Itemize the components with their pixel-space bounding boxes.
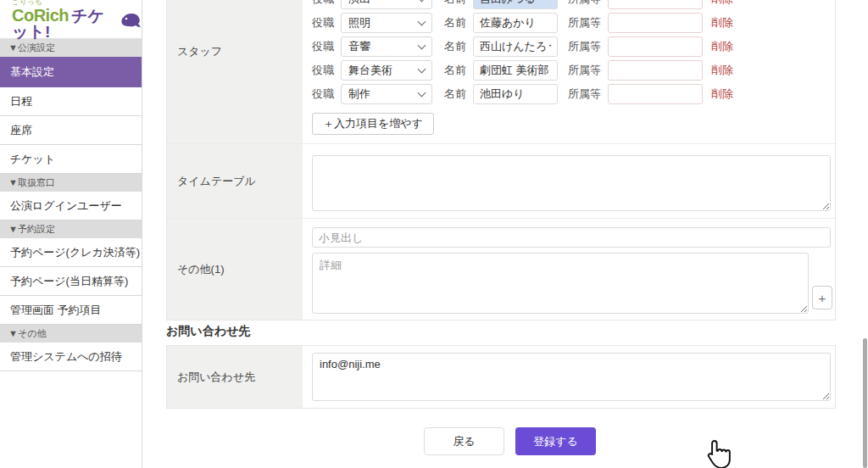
delete-staff-link[interactable]: 削除: [711, 60, 733, 81]
staff-affiliation-input[interactable]: [608, 60, 703, 81]
sidebar-item-basic-settings[interactable]: 基本設定: [0, 57, 142, 87]
role-label: 役職: [312, 84, 334, 104]
sidebar-item-schedule[interactable]: 日程: [0, 87, 142, 116]
other-subheading-input[interactable]: [312, 227, 831, 248]
affiliation-label: 所属等: [568, 0, 601, 9]
role-select[interactable]: 照明: [341, 13, 432, 33]
delete-staff-link[interactable]: 削除: [711, 0, 733, 9]
back-button[interactable]: 戻る: [424, 427, 504, 455]
add-staff-row-button[interactable]: ＋入力項目を増やす: [312, 113, 434, 135]
sidebar-item-reserve-page-credit[interactable]: 予約ページ(クレカ決済等): [0, 238, 142, 267]
name-label: 名前: [444, 0, 466, 9]
add-other-button[interactable]: +: [812, 286, 832, 309]
affiliation-label: 所属等: [568, 84, 601, 104]
staff-affiliation-input[interactable]: [608, 84, 703, 104]
chevron-down-icon: [418, 41, 426, 49]
affiliation-label: 所属等: [568, 36, 601, 57]
name-label: 名前: [444, 84, 466, 104]
timetable-form-row: タイムテーブル: [167, 144, 835, 219]
staff-entry-row: 役職 舞台美術 名前 所属等 削除: [312, 60, 826, 84]
affiliation-label: 所属等: [568, 13, 601, 33]
staff-entry-row: 役職 演出 名前 所属等 削除: [312, 0, 826, 13]
name-label: 名前: [444, 36, 466, 57]
logo-brand: CoRich: [12, 6, 69, 25]
main-content: スタッフ 役職 演出 名前 所属等 削除 役職: [142, 0, 868, 468]
staff-form-row: スタッフ 役職 演出 名前 所属等 削除 役職: [167, 0, 835, 144]
staff-affiliation-input[interactable]: [608, 36, 703, 57]
role-label: 役職: [312, 60, 334, 81]
role-label: 役職: [312, 36, 334, 57]
hand-cursor-icon: [704, 439, 732, 468]
nav-header-reservation: ▼予約設定: [0, 220, 142, 238]
role-select[interactable]: 制作: [341, 84, 432, 104]
sidebar-item-reserve-page-onsite[interactable]: 予約ページ(当日精算等): [0, 267, 142, 296]
staff-name-input[interactable]: [473, 84, 558, 104]
nav-header-counter: ▼取扱窓口: [0, 174, 142, 192]
staff-affiliation-input[interactable]: [608, 0, 703, 9]
role-select[interactable]: 音響: [341, 36, 432, 57]
role-label: 役職: [312, 0, 334, 9]
basic-settings-form: スタッフ 役職 演出 名前 所属等 削除 役職: [166, 0, 836, 320]
role-label: 役職: [312, 13, 334, 33]
chevron-down-icon: [418, 0, 426, 2]
other-label: その他(1): [167, 219, 303, 320]
contact-label: お問い合わせ先: [167, 346, 303, 408]
submit-button[interactable]: 登録する: [515, 427, 596, 455]
nav-header-performance: ▼公演設定: [0, 39, 142, 57]
contact-textarea[interactable]: info@niji.me: [312, 353, 831, 401]
sidebar-item-login-users[interactable]: 公演ログインユーザー: [0, 192, 142, 220]
name-label: 名前: [444, 60, 466, 81]
form-actions: 戻る 登録する: [424, 427, 596, 455]
sidebar-item-system-invite[interactable]: 管理システムへの招待: [0, 343, 142, 371]
chevron-down-icon: [418, 88, 426, 97]
staff-entry-row: 役職 照明 名前 所属等 削除: [312, 13, 826, 36]
role-select[interactable]: 演出: [341, 0, 432, 9]
sidebar-item-admin-reserve-fields[interactable]: 管理画面 予約項目: [0, 296, 142, 325]
app-logo[interactable]: こりっちCoRichチケット!: [0, 0, 142, 39]
page: こりっちCoRichチケット! ▼公演設定 基本設定 日程 座席 チケット ▼取…: [0, 0, 868, 468]
staff-label: スタッフ: [167, 0, 303, 143]
contact-section-header: お問い合わせ先: [166, 324, 250, 339]
staff-entry-row: 役職 音響 名前 所属等 削除: [312, 36, 826, 60]
nav-header-other: ▼その他: [0, 325, 142, 343]
vertical-scrollbar[interactable]: [863, 338, 867, 468]
sidebar-item-tickets[interactable]: チケット: [0, 145, 142, 174]
role-select[interactable]: 舞台美術: [341, 60, 432, 81]
delete-staff-link[interactable]: 削除: [711, 36, 733, 57]
timetable-label: タイムテーブル: [167, 144, 303, 218]
other-detail-textarea[interactable]: [312, 253, 809, 314]
staff-name-input[interactable]: [473, 60, 558, 81]
sidebar: こりっちCoRichチケット! ▼公演設定 基本設定 日程 座席 チケット ▼取…: [0, 0, 142, 468]
mascot-icon: [120, 12, 142, 32]
timetable-textarea[interactable]: [312, 155, 831, 211]
other-form-row: その他(1) +: [167, 219, 835, 320]
staff-affiliation-input[interactable]: [608, 13, 703, 33]
name-label: 名前: [444, 13, 466, 33]
contact-form: お問い合わせ先 info@niji.me: [166, 345, 836, 409]
staff-entry-row: 役職 制作 名前 所属等 削除: [312, 84, 826, 108]
staff-name-input[interactable]: [473, 0, 558, 9]
chevron-down-icon: [418, 17, 426, 25]
delete-staff-link[interactable]: 削除: [711, 13, 733, 33]
sidebar-item-seats[interactable]: 座席: [0, 116, 142, 145]
delete-staff-link[interactable]: 削除: [711, 84, 733, 104]
chevron-down-icon: [418, 64, 426, 73]
staff-name-input[interactable]: [473, 13, 558, 33]
staff-name-input[interactable]: [473, 36, 558, 57]
contact-form-row: お問い合わせ先 info@niji.me: [167, 346, 835, 408]
affiliation-label: 所属等: [568, 60, 601, 81]
